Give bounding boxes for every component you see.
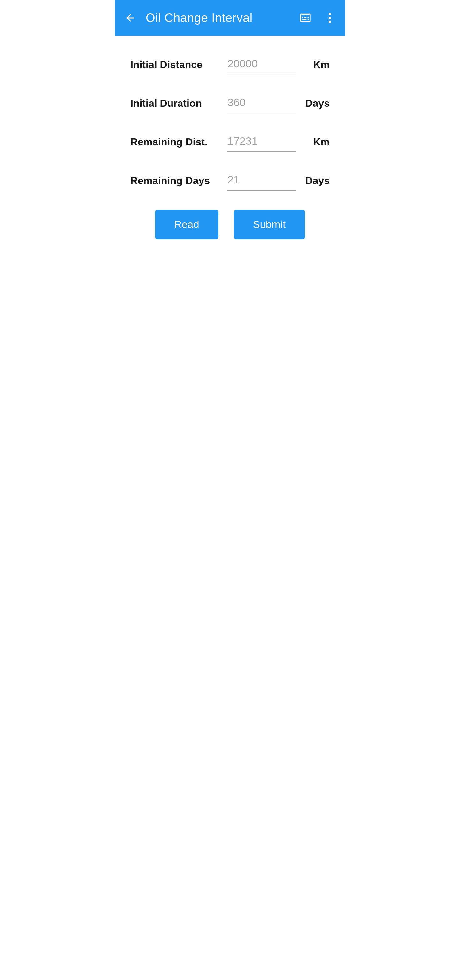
submit-button[interactable]: Submit	[234, 210, 305, 239]
initial-distance-input[interactable]	[227, 55, 297, 75]
remaining-distance-input-wrapper	[227, 132, 297, 152]
initial-distance-unit: Km	[304, 59, 330, 75]
remaining-days-unit: Days	[304, 175, 330, 191]
form-content: Initial Distance Km Initial Duration Day…	[115, 36, 345, 255]
remaining-days-row: Remaining Days Days	[130, 171, 330, 191]
initial-duration-input[interactable]	[227, 94, 297, 113]
remaining-distance-label: Remaining Dist.	[130, 136, 220, 152]
more-dot-3	[329, 21, 331, 23]
remaining-distance-input[interactable]	[227, 132, 297, 152]
remaining-days-input-wrapper	[227, 171, 297, 191]
initial-distance-label: Initial Distance	[130, 59, 220, 75]
app-bar: Oil Change Interval	[115, 0, 345, 36]
read-button[interactable]: Read	[155, 210, 219, 239]
initial-duration-input-wrapper	[227, 94, 297, 113]
app-bar-title: Oil Change Interval	[146, 11, 298, 25]
app-bar-actions	[298, 10, 337, 25]
initial-duration-row: Initial Duration Days	[130, 94, 330, 113]
initial-distance-input-wrapper	[227, 55, 297, 75]
remaining-days-label: Remaining Days	[130, 175, 220, 191]
more-dot-1	[329, 13, 331, 15]
initial-distance-row: Initial Distance Km	[130, 55, 330, 75]
buttons-row: Read Submit	[130, 210, 330, 239]
remaining-distance-unit: Km	[304, 136, 330, 152]
remaining-distance-row: Remaining Dist. Km	[130, 132, 330, 152]
back-button[interactable]	[123, 10, 138, 25]
initial-duration-label: Initial Duration	[130, 97, 220, 113]
more-dot-2	[329, 17, 331, 19]
initial-duration-unit: Days	[304, 97, 330, 113]
radio-icon[interactable]	[298, 10, 313, 25]
more-options-icon[interactable]	[322, 10, 337, 25]
remaining-days-input[interactable]	[227, 171, 297, 191]
